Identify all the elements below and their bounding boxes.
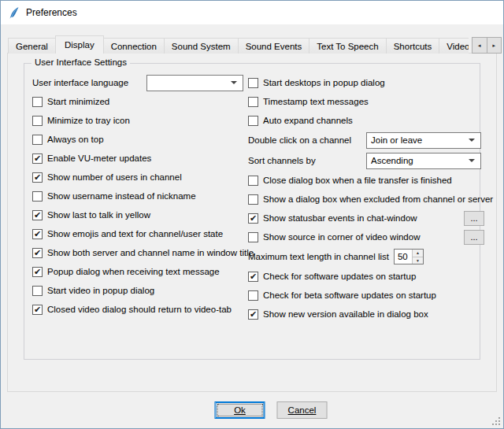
checkbox-show-user-count[interactable]: [32, 172, 43, 183]
checkbox-label: Show a dialog box when excluded from cha…: [263, 194, 493, 204]
checkbox-vu-meter-updates[interactable]: [32, 153, 43, 164]
titlebar: Preferences: [1, 1, 503, 24]
language-dropdown[interactable]: [146, 75, 243, 91]
sort-channels-row: Sort channels by Ascending: [248, 150, 484, 171]
checkbox-label: Show username instead of nickname: [47, 191, 196, 201]
checkbox-label: Timestamp text messages: [263, 97, 369, 106]
video-source-browse-button[interactable]: ...: [464, 230, 484, 245]
checkbox-video-source-corner[interactable]: [248, 232, 258, 242]
checkbox-label: Show number of users in channel: [47, 172, 182, 182]
chevron-down-icon: [469, 139, 475, 142]
checkbox-check-updates[interactable]: [248, 272, 258, 282]
tab-text-to-speech[interactable]: Text To Speech: [309, 38, 386, 54]
window-title: Preferences: [26, 7, 77, 18]
checkbox-label: Show both server and channel name in win…: [47, 248, 254, 257]
checkbox-label: Check for software updates on startup: [263, 272, 416, 281]
max-text-length-value: 50: [395, 250, 412, 264]
checkbox-label: Show emojis and text for channel/user st…: [47, 229, 223, 239]
tab-scroll-left-icon[interactable]: ◄: [472, 37, 487, 54]
tab-scroll-right-icon[interactable]: ►: [487, 37, 502, 54]
checkbox-label: Popup dialog when receiving text message: [47, 267, 220, 276]
checkbox-new-version-dialog[interactable]: [248, 309, 258, 320]
checkbox-minimize-to-tray[interactable]: [32, 116, 43, 126]
app-icon: [7, 6, 20, 20]
tab-connection[interactable]: Connection: [103, 38, 165, 54]
checkbox-label: Show source in corner of video window: [263, 232, 420, 242]
tab-scroll-control: ◄ ►: [472, 37, 502, 54]
checkbox-label: Show last to talk in yellow: [47, 210, 150, 220]
checkbox-close-on-transfer-finished[interactable]: [248, 176, 258, 186]
checkbox-last-to-talk-yellow[interactable]: [32, 210, 43, 220]
chevron-down-icon: [231, 81, 237, 84]
max-text-length-label: Maximum text length in channel list: [248, 252, 389, 261]
double-click-label: Double click on a channel: [248, 135, 366, 145]
sort-channels-dropdown-value: Ascending: [371, 156, 465, 165]
checkbox-label: Start minimized: [47, 97, 109, 106]
checkbox-desktops-popup[interactable]: [248, 78, 258, 88]
tab-pane: User Interface Settings User interface l…: [7, 53, 497, 392]
language-row: User interface language: [32, 73, 243, 92]
checkbox-statusbar-events[interactable]: [248, 213, 258, 224]
checkbox-label: Auto expand channels: [263, 116, 353, 125]
double-click-row: Double click on a channel Join or leave: [248, 130, 484, 150]
language-label: User interface language: [32, 78, 146, 87]
checkbox-show-username[interactable]: [32, 191, 43, 202]
tab-general[interactable]: General: [8, 38, 56, 54]
left-column: User interface language Start minimized …: [32, 73, 243, 319]
checkbox-label: Show new version available in dialog box: [263, 309, 428, 319]
checkbox-label: Start video in popup dialog: [47, 286, 154, 295]
tab-display[interactable]: Display: [55, 35, 104, 54]
checkbox-server-channel-in-title[interactable]: [32, 248, 43, 258]
checkbox-label: Always on top: [47, 135, 104, 144]
max-text-length-spinbox[interactable]: 50 ▲ ▼: [394, 249, 424, 264]
spin-down-icon[interactable]: ▼: [413, 257, 423, 264]
checkbox-popup-on-text-message[interactable]: [32, 267, 43, 277]
checkbox-check-beta-updates[interactable]: [248, 290, 258, 301]
tab-video[interactable]: Video: [439, 38, 469, 54]
tab-shortcuts[interactable]: Shortcuts: [386, 38, 440, 54]
chevron-down-icon: [469, 159, 475, 162]
tab-bar: General Display Connection Sound System …: [8, 35, 469, 54]
dialog-buttons: Ok Cancel: [215, 401, 328, 419]
double-click-dropdown-value: Join or leave: [371, 135, 465, 145]
tab-sound-events[interactable]: Sound Events: [238, 38, 310, 54]
checkbox-label: Check for beta software updates on start…: [263, 290, 436, 300]
sort-channels-dropdown[interactable]: Ascending: [366, 153, 481, 169]
cancel-button[interactable]: Cancel: [277, 401, 328, 419]
checkbox-label: Show statusbar events in chat-window: [263, 213, 417, 223]
checkbox-label: Closed video dialog should return to vid…: [47, 305, 232, 314]
checkbox-video-return-to-tab[interactable]: [32, 305, 43, 315]
checkbox-label: Enable VU-meter updates: [47, 153, 151, 163]
checkbox-label: Minimize to tray icon: [47, 116, 130, 125]
max-text-length-row: Maximum text length in channel list 50 ▲…: [248, 246, 484, 267]
checkbox-dialog-when-excluded[interactable]: [248, 194, 258, 205]
checkbox-auto-expand-channels[interactable]: [248, 116, 258, 126]
spinner-buttons: ▲ ▼: [412, 250, 423, 264]
checkbox-video-popup-dialog[interactable]: [32, 286, 43, 296]
checkbox-start-minimized[interactable]: [32, 97, 43, 107]
ok-button[interactable]: Ok: [215, 401, 265, 419]
checkbox-always-on-top[interactable]: [32, 135, 43, 145]
checkbox-label: Close dialog box when a file transfer is…: [263, 176, 452, 185]
right-column: Start desktops in popup dialog Timestamp…: [248, 73, 484, 324]
group-user-interface-settings: User Interface Settings User interface l…: [24, 63, 480, 360]
spin-up-icon[interactable]: ▲: [413, 250, 423, 257]
double-click-dropdown[interactable]: Join or leave: [366, 132, 481, 149]
checkbox-show-emojis[interactable]: [32, 229, 43, 239]
sort-channels-label: Sort channels by: [248, 156, 366, 165]
statusbar-events-browse-button[interactable]: ...: [464, 211, 484, 226]
resize-grip-icon[interactable]: [491, 416, 501, 426]
checkbox-timestamp-messages[interactable]: [248, 97, 258, 107]
checkbox-label: Start desktops in popup dialog: [263, 78, 385, 87]
tab-sound-system[interactable]: Sound System: [164, 38, 239, 54]
group-title: User Interface Settings: [32, 57, 130, 67]
